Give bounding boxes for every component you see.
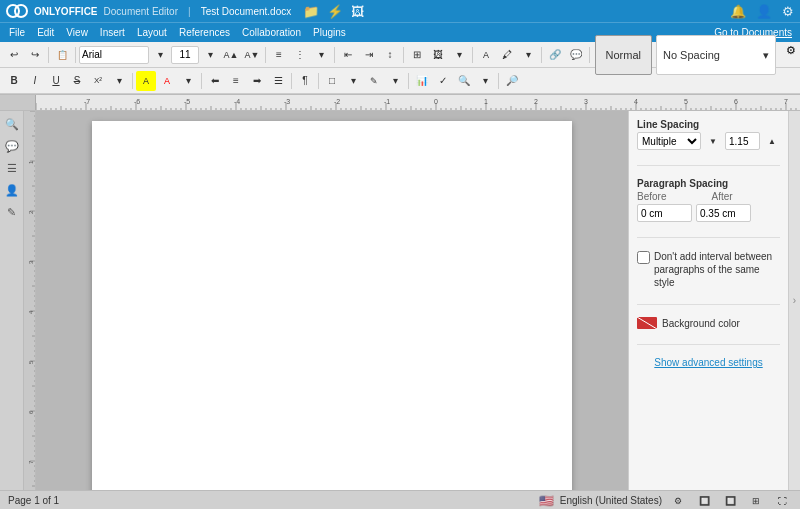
folder-icon[interactable]: 📁 <box>303 4 319 19</box>
insert-dropdown[interactable]: ▾ <box>449 45 469 65</box>
increase-font[interactable]: A▲ <box>221 45 241 65</box>
align-center[interactable]: ≡ <box>226 71 246 91</box>
decrease-indent[interactable]: ⇤ <box>338 45 358 65</box>
redo-button[interactable]: ↪ <box>25 45 45 65</box>
insert-special[interactable]: □ <box>322 71 342 91</box>
menu-references[interactable]: References <box>174 26 235 39</box>
numbered-list-button[interactable]: ⋮ <box>290 45 310 65</box>
sidebar-comments[interactable]: 💬 <box>3 137 21 155</box>
copy-button[interactable]: 📋 <box>52 45 72 65</box>
sidebar-track[interactable]: ✎ <box>3 203 21 221</box>
font-name-dropdown[interactable]: ▾ <box>150 45 170 65</box>
menu-collaboration[interactable]: Collaboration <box>237 26 306 39</box>
menu-insert[interactable]: Insert <box>95 26 130 39</box>
insert-table[interactable]: ⊞ <box>407 45 427 65</box>
show-advanced-link[interactable]: Show advanced settings <box>637 357 780 368</box>
style-normal-button[interactable]: Normal <box>595 35 652 75</box>
sidebar-users[interactable]: 👤 <box>3 181 21 199</box>
divider2 <box>637 237 780 238</box>
line-spacing-up[interactable]: ▲ <box>764 133 780 149</box>
before-spacing-input[interactable] <box>637 204 692 222</box>
insert-image[interactable]: 🖼 <box>428 45 448 65</box>
link-button[interactable]: 🔗 <box>545 45 565 65</box>
ruler <box>0 95 800 111</box>
document-area[interactable] <box>36 111 628 490</box>
view-mode[interactable]: ⊞ <box>746 491 766 510</box>
right-panel-handle[interactable]: › <box>788 111 800 490</box>
show-formatting[interactable]: ¶ <box>295 71 315 91</box>
insert-chart[interactable]: 📊 <box>412 71 432 91</box>
undo-button[interactable]: ↩ <box>4 45 24 65</box>
bell-icon[interactable]: 🔔 <box>730 4 746 19</box>
settings-icon[interactable]: ⚙ <box>782 4 794 19</box>
after-spacing-input[interactable] <box>696 204 751 222</box>
highlight-color[interactable]: 🖍 <box>497 45 517 65</box>
font-format-dropdown[interactable]: ▾ <box>109 71 129 91</box>
more-dropdown[interactable]: ▾ <box>475 71 495 91</box>
background-color-row[interactable]: Background color <box>637 317 780 329</box>
app-name-label: ONLYOFFICE <box>34 6 98 17</box>
sidebar-nav[interactable]: ☰ <box>3 159 21 177</box>
toolbars-container: ↩ ↪ 📋 ▾ ▾ A▲ A▼ ≡ ⋮ ▾ ⇤ ⇥ ↕ ⊞ 🖼 ▾ A 🖍 ▾ … <box>0 42 800 95</box>
menu-file[interactable]: File <box>4 26 30 39</box>
status-settings[interactable]: ⚙ <box>668 491 688 510</box>
zoom-out[interactable]: 🔲 <box>694 491 714 510</box>
strikethrough-button[interactable]: S <box>67 71 87 91</box>
user-icon[interactable]: 👤 <box>756 4 772 19</box>
menu-edit[interactable]: Edit <box>32 26 59 39</box>
italic-button[interactable]: I <box>25 71 45 91</box>
title-bar: ONLYOFFICE Document Editor | Test Docume… <box>0 0 800 22</box>
divider1 <box>637 165 780 166</box>
style-no-spacing-dropdown[interactable]: No Spacing ▾ <box>656 35 776 75</box>
menu-view[interactable]: View <box>61 26 93 39</box>
superscript-button[interactable]: X² <box>88 71 108 91</box>
svg-point-1 <box>15 5 27 17</box>
paragraph-spacing-title: Paragraph Spacing <box>637 178 780 189</box>
ruler-left-margin <box>0 95 36 111</box>
increase-indent[interactable]: ⇥ <box>359 45 379 65</box>
zoom-in[interactable]: 🔲 <box>720 491 740 510</box>
image-icon[interactable]: 🖼 <box>351 4 364 19</box>
after-label: After <box>712 191 781 202</box>
sep9 <box>132 73 133 89</box>
comment-button[interactable]: 💬 <box>566 45 586 65</box>
sep14 <box>498 73 499 89</box>
track-dropdown[interactable]: ▾ <box>385 71 405 91</box>
list-dropdown[interactable]: ▾ <box>311 45 331 65</box>
oo-logo <box>6 4 28 18</box>
font-size-input[interactable] <box>171 46 199 64</box>
line-spacing-value-input[interactable] <box>725 132 760 150</box>
menu-plugins[interactable]: Plugins <box>308 26 351 39</box>
text-color[interactable]: A <box>476 45 496 65</box>
same-style-checkbox[interactable] <box>637 251 650 264</box>
track-changes[interactable]: ✎ <box>364 71 384 91</box>
menu-layout[interactable]: Layout <box>132 26 172 39</box>
align-left[interactable]: ⬅ <box>205 71 225 91</box>
align-right[interactable]: ➡ <box>247 71 267 91</box>
sidebar-search[interactable]: 🔍 <box>3 115 21 133</box>
align-justify[interactable]: ☰ <box>268 71 288 91</box>
replace-button[interactable]: 🔍 <box>454 71 474 91</box>
text-color-dropdown[interactable]: ▾ <box>178 71 198 91</box>
sep6 <box>472 47 473 63</box>
lightning-icon[interactable]: ⚡ <box>327 4 343 19</box>
font-size-dropdown[interactable]: ▾ <box>200 45 220 65</box>
panel-gear-icon[interactable]: ⚙ <box>786 44 796 57</box>
line-spacing-down[interactable]: ▼ <box>705 133 721 149</box>
fullscreen[interactable]: ⛶ <box>772 491 792 510</box>
spellcheck[interactable]: ✓ <box>433 71 453 91</box>
sep2 <box>75 47 76 63</box>
text-highlight[interactable]: A <box>136 71 156 91</box>
line-spacing-type-select[interactable]: Multiple <box>637 132 701 150</box>
text-color2[interactable]: A <box>157 71 177 91</box>
insert-dropdowns[interactable]: ▾ <box>343 71 363 91</box>
color-dropdown[interactable]: ▾ <box>518 45 538 65</box>
find-button[interactable]: 🔎 <box>502 71 522 91</box>
underline-button[interactable]: U <box>46 71 66 91</box>
font-name-input[interactable] <box>79 46 149 64</box>
sep3 <box>265 47 266 63</box>
decrease-font[interactable]: A▼ <box>242 45 262 65</box>
linespace-button[interactable]: ↕ <box>380 45 400 65</box>
bullet-list-button[interactable]: ≡ <box>269 45 289 65</box>
bold-button[interactable]: B <box>4 71 24 91</box>
